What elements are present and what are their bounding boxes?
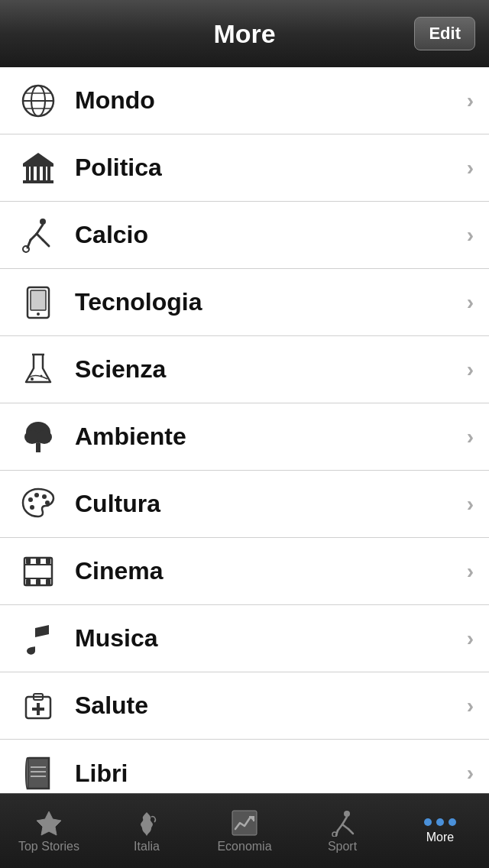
svg-line-57	[348, 829, 353, 834]
list-item-libri[interactable]: Libri ›	[0, 740, 489, 793]
tecnologia-label: Tecnologia	[75, 288, 467, 316]
svg-rect-22	[31, 290, 46, 310]
tab-bar: Top Stories Italia Economia Sport	[0, 793, 489, 868]
svg-rect-40	[46, 558, 50, 564]
svg-line-56	[342, 824, 348, 829]
calcio-label: Calcio	[75, 221, 467, 249]
svg-line-14	[37, 225, 43, 234]
svg-marker-12	[23, 153, 53, 164]
svg-line-16	[37, 234, 43, 240]
tab-sport-label: Sport	[328, 840, 357, 853]
svg-rect-47	[32, 708, 44, 711]
svg-marker-51	[37, 811, 61, 835]
svg-rect-36	[24, 564, 52, 565]
navigation-bar: More Edit	[0, 0, 489, 67]
nav-title: More	[213, 19, 275, 49]
svg-line-15	[31, 234, 37, 240]
tab-top-stories-label: Top Stories	[18, 840, 79, 853]
svg-point-19	[23, 246, 29, 252]
tree-icon	[15, 414, 61, 460]
svg-point-34	[30, 505, 34, 510]
edit-button[interactable]: Edit	[414, 17, 475, 50]
svg-rect-11	[43, 167, 46, 180]
tab-economia-label: Economia	[217, 840, 271, 853]
tab-sport[interactable]: Sport	[293, 794, 391, 868]
politica-label: Politica	[75, 154, 467, 182]
tab-more-label: More	[426, 831, 454, 844]
list-item-politica[interactable]: Politica ›	[0, 134, 489, 202]
musica-label: Musica	[75, 624, 467, 653]
tab-italia[interactable]: Italia	[98, 794, 196, 868]
menu-list: Mondo › Politica ›	[0, 67, 489, 793]
svg-line-54	[342, 817, 347, 824]
list-item-cultura[interactable]: Cultura ›	[0, 471, 489, 538]
music-note-icon	[15, 616, 61, 662]
svg-rect-38	[26, 558, 31, 564]
salute-label: Salute	[75, 691, 467, 720]
svg-point-28	[37, 430, 52, 444]
svg-point-21	[37, 313, 40, 316]
film-icon	[15, 549, 61, 594]
list-item-mondo[interactable]: Mondo ›	[0, 67, 489, 134]
svg-rect-29	[36, 443, 40, 452]
cinema-label: Cinema	[75, 557, 467, 585]
list-item-scienza[interactable]: Scienza ›	[0, 336, 489, 403]
svg-rect-8	[37, 167, 40, 180]
building-icon	[15, 145, 61, 191]
svg-rect-5	[23, 180, 53, 183]
svg-rect-6	[23, 164, 53, 167]
svg-point-33	[45, 500, 50, 505]
cultura-label: Cultura	[75, 490, 467, 518]
libri-label: Libri	[75, 760, 467, 788]
ambiente-label: Ambiente	[75, 423, 467, 451]
svg-rect-52	[232, 811, 257, 835]
scienza-label: Scienza	[75, 355, 467, 384]
list-item-salute[interactable]: Salute ›	[0, 672, 489, 740]
list-item-ambiente[interactable]: Ambiente ›	[0, 403, 489, 471]
svg-rect-41	[26, 579, 31, 585]
svg-point-30	[28, 497, 33, 502]
list-item-calcio[interactable]: Calcio ›	[0, 202, 489, 269]
more-dots-icon	[424, 818, 456, 826]
svg-line-55	[338, 824, 342, 831]
svg-rect-37	[24, 578, 52, 579]
svg-point-25	[40, 374, 43, 377]
svg-rect-7	[26, 167, 29, 180]
tab-more[interactable]: More	[391, 794, 489, 868]
svg-rect-9	[47, 167, 50, 180]
mondo-label: Mondo	[75, 86, 467, 115]
svg-rect-39	[36, 558, 40, 564]
list-item-tecnologia[interactable]: Tecnologia ›	[0, 269, 489, 336]
svg-rect-42	[36, 579, 40, 585]
flask-icon	[15, 347, 61, 393]
svg-rect-43	[46, 579, 50, 585]
svg-rect-10	[31, 167, 34, 180]
soccer-icon	[15, 212, 61, 258]
tablet-icon	[15, 280, 61, 326]
svg-line-17	[43, 240, 49, 246]
book-icon	[15, 750, 61, 793]
tab-top-stories[interactable]: Top Stories	[0, 794, 98, 868]
list-item-musica[interactable]: Musica ›	[0, 605, 489, 672]
health-icon	[15, 683, 61, 729]
svg-point-24	[31, 377, 34, 381]
palette-icon	[15, 481, 61, 527]
svg-point-32	[42, 494, 47, 499]
tab-italia-label: Italia	[134, 840, 160, 853]
tab-economia[interactable]: Economia	[196, 794, 293, 868]
svg-point-31	[34, 493, 39, 497]
globe-icon	[15, 78, 61, 124]
list-item-cinema[interactable]: Cinema ›	[0, 538, 489, 605]
